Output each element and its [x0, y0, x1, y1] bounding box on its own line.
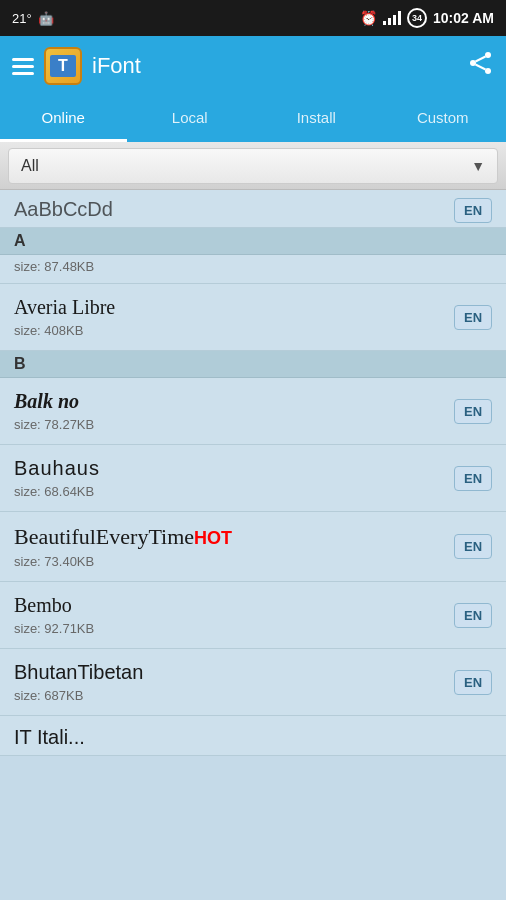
partial-bottom-name: IT Itali...	[14, 726, 85, 749]
tab-local[interactable]: Local	[127, 96, 254, 142]
font-size-label: size: 92.71KB	[14, 621, 454, 636]
lang-tag: EN	[454, 466, 492, 491]
font-size-label: size: 68.64KB	[14, 484, 454, 499]
tab-custom[interactable]: Custom	[380, 96, 507, 142]
filter-selected-value: All	[21, 157, 39, 175]
time-display: 10:02 AM	[433, 10, 494, 26]
font-name-label: Balk no	[14, 390, 454, 413]
status-right: ⏰ 34 10:02 AM	[360, 8, 494, 28]
lang-tag: EN	[454, 603, 492, 628]
lang-tag: EN	[454, 399, 492, 424]
font-size-label: size: 687KB	[14, 688, 454, 703]
tab-bar: Online Local Install Custom	[0, 96, 506, 142]
partial-font-name: AaBbCcDd	[14, 198, 113, 221]
partial-top-item[interactable]: AaBbCcDd EN	[0, 190, 506, 228]
svg-line-3	[476, 57, 486, 62]
svg-line-4	[476, 65, 486, 70]
hot-badge: HOT	[194, 528, 232, 548]
font-list: AaBbCcDd EN A size: 87.48KB Averia Libre…	[0, 190, 506, 900]
hamburger-menu-icon[interactable]	[12, 58, 34, 75]
list-item[interactable]: Balk no size: 78.27KB EN	[0, 378, 506, 445]
font-item-info: BeautifulEveryTimeHOT size: 73.40KB	[14, 524, 454, 569]
app-icon: T	[44, 47, 82, 85]
font-item-info: Bauhaus size: 68.64KB	[14, 457, 454, 499]
app-bar: T iFont	[0, 36, 506, 96]
svg-point-1	[485, 68, 491, 74]
lang-tag: EN	[454, 670, 492, 695]
lang-tag: EN	[454, 534, 492, 559]
list-item[interactable]: Bauhaus size: 68.64KB EN	[0, 445, 506, 512]
status-left: 21° 🤖	[12, 11, 54, 26]
tab-install[interactable]: Install	[253, 96, 380, 142]
svg-point-2	[470, 60, 476, 66]
font-name-text: BeautifulEveryTime	[14, 524, 194, 549]
tab-online[interactable]: Online	[0, 96, 127, 142]
lang-tag: EN	[454, 305, 492, 330]
list-item[interactable]: Bembo size: 92.71KB EN	[0, 582, 506, 649]
status-bar: 21° 🤖 ⏰ 34 10:02 AM	[0, 0, 506, 36]
font-size-label: size: 73.40KB	[14, 554, 454, 569]
svg-point-0	[485, 52, 491, 58]
app-icon-letter: T	[58, 58, 68, 74]
app-title: iFont	[92, 53, 141, 79]
font-size-label: size: 408KB	[14, 323, 454, 338]
share-icon[interactable]	[468, 52, 494, 80]
list-item[interactable]: BeautifulEveryTimeHOT size: 73.40KB EN	[0, 512, 506, 582]
font-item-info: Balk no size: 78.27KB	[14, 390, 454, 432]
font-name-label: BeautifulEveryTimeHOT	[14, 524, 454, 550]
partial-font-size: size: 87.48KB	[14, 259, 94, 274]
signal-icon	[383, 11, 401, 25]
app-bar-left: T iFont	[12, 47, 141, 85]
dropdown-arrow-icon: ▼	[471, 158, 485, 174]
filter-dropdown[interactable]: All ▼	[8, 148, 498, 184]
font-item-info: Bembo size: 92.71KB	[14, 594, 454, 636]
section-header-a: A	[0, 228, 506, 255]
app-icon-inner: T	[50, 55, 76, 77]
font-name-label: BhutanTibetan	[14, 661, 454, 684]
font-item-info: BhutanTibetan size: 687KB	[14, 661, 454, 703]
section-header-b: B	[0, 351, 506, 378]
font-item-info: Averia Libre size: 408KB	[14, 296, 454, 338]
partial-lang-tag: EN	[454, 198, 492, 223]
alarm-icon: ⏰	[360, 10, 377, 26]
temperature-text: 21°	[12, 11, 32, 26]
list-item[interactable]: BhutanTibetan size: 687KB EN	[0, 649, 506, 716]
font-name-label: Bauhaus	[14, 457, 454, 480]
battery-icon: 34	[407, 8, 427, 28]
font-name-label: Bembo	[14, 594, 454, 617]
android-icon: 🤖	[38, 11, 54, 26]
list-item[interactable]: Averia Libre size: 408KB EN	[0, 284, 506, 351]
font-name-label: Averia Libre	[14, 296, 454, 319]
font-size-label: size: 78.27KB	[14, 417, 454, 432]
filter-bar: All ▼	[0, 142, 506, 190]
